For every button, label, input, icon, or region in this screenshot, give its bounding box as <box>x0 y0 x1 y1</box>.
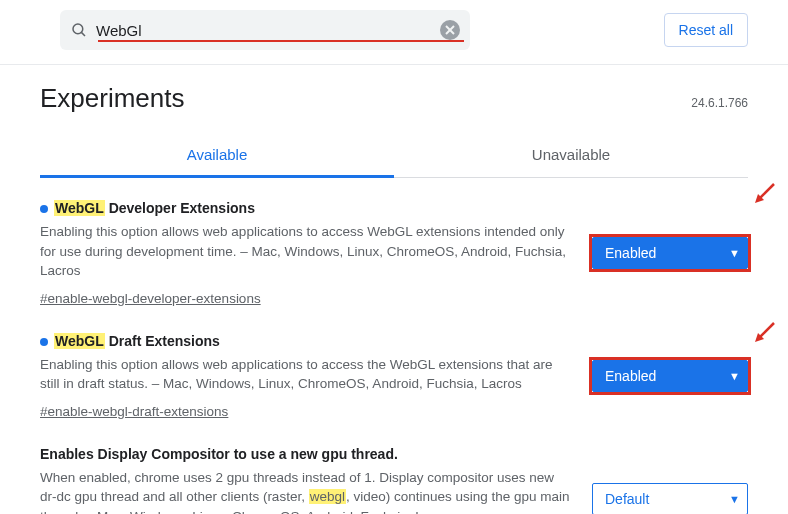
flag-description: When enabled, chrome uses 2 gpu threads … <box>40 468 574 514</box>
highlight: WebGL <box>54 200 105 216</box>
annotation-arrow-icon <box>752 182 776 206</box>
modified-dot-icon <box>40 338 48 346</box>
flag-title: WebGL Developer Extensions <box>40 200 574 216</box>
highlight: WebGL <box>54 333 105 349</box>
flag-select-wrap: Enabled ▼ <box>592 360 748 392</box>
reset-all-button[interactable]: Reset all <box>664 13 748 47</box>
flag-item: WebGL Developer Extensions Enabling this… <box>40 200 748 307</box>
search-icon <box>70 21 88 39</box>
flag-select-wrap: Default ▼ <box>592 483 748 514</box>
flag-select-wrap: Enabled ▼ <box>592 237 748 269</box>
flag-description: Enabling this option allows web applicat… <box>40 355 574 394</box>
search-box[interactable] <box>60 10 470 50</box>
flag-description: Enabling this option allows web applicat… <box>40 222 574 281</box>
svg-point-0 <box>73 24 83 34</box>
svg-line-1 <box>81 32 85 36</box>
flag-state-select[interactable]: Enabled <box>592 237 748 269</box>
flag-title: WebGL Draft Extensions <box>40 333 574 349</box>
tab-unavailable[interactable]: Unavailable <box>394 136 748 177</box>
flag-anchor-link[interactable]: #enable-webgl-draft-extensions <box>40 404 228 419</box>
tabs: Available Unavailable <box>40 136 748 178</box>
flag-item: Enables Display Compositor to use a new … <box>40 446 748 514</box>
flag-item: WebGL Draft Extensions Enabling this opt… <box>40 333 748 420</box>
page-title: Experiments <box>40 83 185 114</box>
clear-search-button[interactable] <box>440 20 460 40</box>
search-input[interactable] <box>88 22 440 39</box>
modified-dot-icon <box>40 205 48 213</box>
close-icon <box>445 25 455 35</box>
flag-title: Enables Display Compositor to use a new … <box>40 446 574 462</box>
flag-state-select[interactable]: Enabled <box>592 360 748 392</box>
version-label: 24.6.1.766 <box>691 96 748 110</box>
annotation-arrow-icon <box>752 321 776 345</box>
highlight: webgl <box>309 489 346 504</box>
flag-state-select[interactable]: Default <box>592 483 748 514</box>
flag-anchor-link[interactable]: #enable-webgl-developer-extensions <box>40 291 261 306</box>
tab-available[interactable]: Available <box>40 136 394 178</box>
